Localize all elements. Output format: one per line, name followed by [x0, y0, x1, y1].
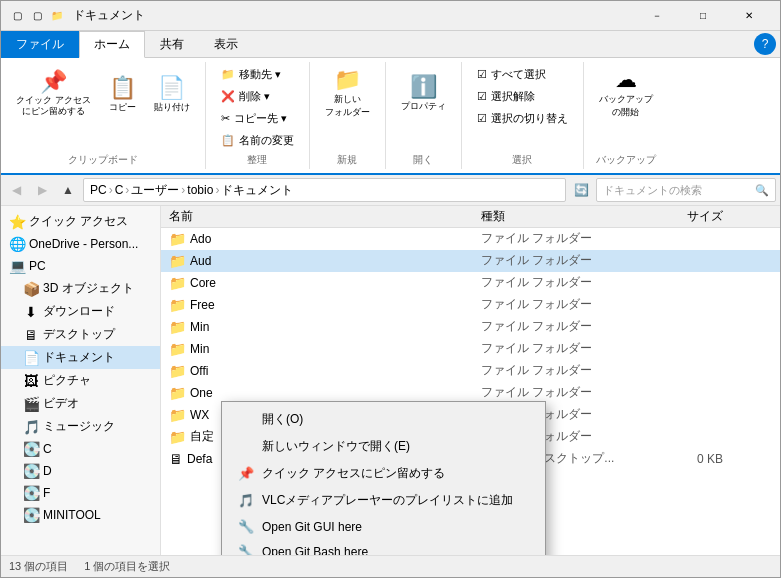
refresh-button[interactable]: 🔄	[570, 179, 592, 201]
path-part-tobio: tobio	[187, 183, 213, 197]
sidebar-label-pictures: ピクチャ	[43, 372, 91, 389]
move-to-button[interactable]: 📁 移動先 ▾	[214, 64, 301, 85]
sidebar-item-drive-d[interactable]: 💽 D	[1, 460, 160, 482]
file-type-offi: ファイル フォルダー	[481, 362, 631, 379]
file-row-core1[interactable]: 📁Core ファイル フォルダー	[161, 272, 780, 294]
file-row-ado[interactable]: 📁Ado ファイル フォルダー	[161, 228, 780, 250]
sidebar-item-music[interactable]: 🎵 ミュージック	[1, 415, 160, 438]
file-type-aud: ファイル フォルダー	[481, 252, 631, 269]
sidebar-item-documents[interactable]: 📄 ドキュメント	[1, 346, 160, 369]
title-bar-icon-1: ▢	[9, 8, 25, 24]
file-row-free[interactable]: 📁Free ファイル フォルダー	[161, 294, 780, 316]
path-part-documents: ドキュメント	[221, 182, 293, 199]
folder-icon-wx: 📁	[169, 407, 186, 423]
file-row-min2[interactable]: 📁Min ファイル フォルダー	[161, 338, 780, 360]
sidebar-item-3dobjects[interactable]: 📦 3D オブジェクト	[1, 277, 160, 300]
paste-button[interactable]: 📄 貼り付け	[147, 64, 197, 126]
sidebar-item-downloads[interactable]: ⬇ ダウンロード	[1, 300, 160, 323]
context-menu: 開く(O) 新しいウィンドウで開く(E) 📌 クイック アクセスにピン留めする …	[221, 401, 546, 555]
sidebar-item-pc[interactable]: 💻 PC	[1, 255, 160, 277]
sidebar-item-drive-c[interactable]: 💽 C	[1, 438, 160, 460]
back-button[interactable]: ◀	[5, 179, 27, 201]
file-name-min2: 📁Min	[161, 341, 481, 357]
path-part-users: ユーザー	[131, 182, 179, 199]
help-button[interactable]: ?	[754, 33, 776, 55]
sidebar-item-minitool[interactable]: 💽 MINITOOL	[1, 504, 160, 526]
ctx-open-label: 開く(O)	[262, 411, 303, 428]
properties-button[interactable]: ℹ️ プロパティ	[394, 64, 453, 124]
backup-label: バックアップの開始	[599, 93, 653, 119]
maximize-button[interactable]: □	[680, 1, 726, 31]
address-path[interactable]: PC › C › ユーザー › tobio › ドキュメント	[83, 178, 566, 202]
tab-home[interactable]: ホーム	[79, 31, 145, 58]
sidebar-label-downloads: ダウンロード	[43, 303, 115, 320]
tab-file[interactable]: ファイル	[1, 31, 79, 58]
ribbon-group-backup: ☁ バックアップの開始 バックアップ	[584, 62, 668, 169]
pc-icon: 💻	[9, 258, 25, 274]
sidebar-item-drive-f[interactable]: 💽 F	[1, 482, 160, 504]
minimize-button[interactable]: －	[634, 1, 680, 31]
forward-button[interactable]: ▶	[31, 179, 53, 201]
ctx-vlc-playlist[interactable]: 🎵 VLCメディアプレーヤーのプレイリストに追加	[222, 487, 545, 514]
col-header-type[interactable]: 種類	[481, 208, 631, 225]
file-name-free: 📁Free	[161, 297, 481, 313]
tab-share[interactable]: 共有	[145, 31, 199, 58]
select-label: 選択	[512, 153, 532, 167]
ctx-git-gui[interactable]: 🔧 Open Git GUI here	[222, 514, 545, 539]
backup-button[interactable]: ☁ バックアップの開始	[592, 64, 660, 124]
ctx-vlc-playlist-label: VLCメディアプレーヤーのプレイリストに追加	[262, 492, 513, 509]
item-count: 13 個の項目	[9, 559, 68, 574]
pin-to-quick-access-button[interactable]: 📌 クイック アクセスにピン留めする	[9, 64, 98, 124]
open-label: 開く	[413, 153, 433, 167]
select-all-button[interactable]: ☑ すべて選択	[470, 64, 575, 85]
delete-button[interactable]: ❌ 削除 ▾	[214, 86, 301, 107]
file-list-header: 名前 種類 サイズ	[161, 206, 780, 228]
folder-icon-offi: 📁	[169, 363, 186, 379]
file-type-core1: ファイル フォルダー	[481, 274, 631, 291]
tab-view[interactable]: 表示	[199, 31, 253, 58]
new-folder-button[interactable]: 📁 新しいフォルダー	[318, 64, 377, 124]
sidebar-item-onedrive[interactable]: 🌐 OneDrive - Person...	[1, 233, 160, 255]
file-row-offi[interactable]: 📁Offi ファイル フォルダー	[161, 360, 780, 382]
select-col: ☑ すべて選択 ☑ 選択解除 ☑ 選択の切り替え	[470, 64, 575, 129]
sidebar-item-desktop[interactable]: 🖥 デスクトップ	[1, 323, 160, 346]
copy-to-button[interactable]: ✂ コピー先 ▾	[214, 108, 301, 129]
file-name-offi: 📁Offi	[161, 363, 481, 379]
file-explorer-window: ▢ ▢ 📁 ドキュメント － □ ✕ ファイル ホーム 共有 表示 ?	[0, 0, 781, 578]
star-icon: ⭐	[9, 214, 25, 230]
cloud-icon: 🌐	[9, 236, 25, 252]
file-name-min1: 📁Min	[161, 319, 481, 335]
sidebar-item-videos[interactable]: 🎬 ビデオ	[1, 392, 160, 415]
backup-label: バックアップ	[596, 153, 656, 167]
file-row-min1[interactable]: 📁Min ファイル フォルダー	[161, 316, 780, 338]
sidebar-item-quick-access[interactable]: ⭐ クイック アクセス	[1, 210, 160, 233]
ctx-git-gui-icon: 🔧	[238, 519, 254, 534]
sidebar-label-onedrive: OneDrive - Person...	[29, 237, 138, 251]
copy-button[interactable]: 📋 コピー	[102, 64, 143, 126]
select-all-icon: ☑	[477, 68, 487, 81]
copy-label: コピー	[109, 101, 136, 114]
ribbon-group-organize: 📁 移動先 ▾ ❌ 削除 ▾ ✂ コピー先 ▾ 📋	[206, 62, 310, 169]
minitool-icon: 💽	[23, 507, 39, 523]
ctx-pin-quick-access[interactable]: 📌 クイック アクセスにピン留めする	[222, 460, 545, 487]
search-box[interactable]: ドキュメントの検索 🔍	[596, 178, 776, 202]
file-size-defa: 0 KB	[631, 452, 731, 466]
sidebar-item-pictures[interactable]: 🖼 ピクチャ	[1, 369, 160, 392]
ctx-git-bash[interactable]: 🔧 Open Git Bash here	[222, 539, 545, 555]
videos-icon: 🎬	[23, 396, 39, 412]
ctx-open[interactable]: 開く(O)	[222, 406, 545, 433]
ctx-open-new-window[interactable]: 新しいウィンドウで開く(E)	[222, 433, 545, 460]
close-button[interactable]: ✕	[726, 1, 772, 31]
deselect-button[interactable]: ☑ 選択解除	[470, 86, 575, 107]
new-folder-icon: 📁	[334, 69, 361, 91]
file-name-ado: 📁Ado	[161, 231, 481, 247]
file-row-aud[interactable]: 📁Aud ファイル フォルダー	[161, 250, 780, 272]
search-icon: 🔍	[755, 184, 769, 197]
sidebar-label-drive-f: F	[43, 486, 50, 500]
col-header-size[interactable]: サイズ	[631, 208, 731, 225]
sidebar-label-music: ミュージック	[43, 418, 115, 435]
invert-selection-button[interactable]: ☑ 選択の切り替え	[470, 108, 575, 129]
rename-button[interactable]: 📋 名前の変更	[214, 130, 301, 151]
col-header-name[interactable]: 名前	[161, 208, 481, 225]
up-button[interactable]: ▲	[57, 179, 79, 201]
